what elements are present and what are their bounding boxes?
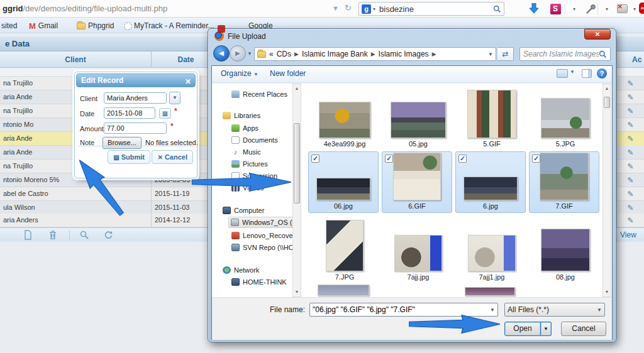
edit-row-cell[interactable]: ✎ [616, 90, 644, 104]
checkbox-checked-icon[interactable]: ✓ [532, 155, 540, 163]
file-item-selected[interactable]: ✓06.jpg [308, 151, 379, 213]
submit-button[interactable]: ▤ Submit [108, 150, 150, 164]
refresh-icon[interactable]: ⇄ [497, 47, 514, 61]
file-item[interactable]: 5.JPG [530, 90, 601, 148]
calendar-icon[interactable]: ▦ [159, 108, 171, 119]
sidebar-item-svn-repo[interactable]: SVN Repo (\\HOI [230, 242, 297, 253]
reload-grid-icon[interactable] [103, 230, 113, 240]
search-input[interactable] [379, 4, 493, 14]
amount-field[interactable] [104, 122, 167, 134]
breadcrumb-dropdown-icon[interactable]: ▼ [488, 52, 493, 57]
chevron-right-icon[interactable]: ▶ [371, 51, 375, 57]
edit-row-cell[interactable]: ✎ [616, 201, 644, 215]
file-item[interactable]: 7ajj1.jpg [457, 218, 527, 281]
url-text[interactable]: ggrid/dev/demos/editing/file-upload-mult… [3, 4, 167, 13]
checkbox-checked-icon[interactable]: ✓ [458, 155, 467, 163]
chevron-right-icon[interactable]: ▶ [432, 51, 436, 57]
forward-button[interactable]: ► [230, 45, 246, 62]
sidebar-item-apps[interactable]: Apps [230, 122, 260, 134]
file-item-selected[interactable]: ✓6.jpg [455, 151, 526, 213]
cancel-button[interactable]: ✕ Cancel [152, 150, 193, 164]
breadcrumb-cds[interactable]: CDs [277, 50, 291, 58]
close-icon[interactable]: ✕ [185, 75, 191, 88]
scrollbar-thumb[interactable] [604, 97, 610, 108]
sidebar-item-computer[interactable]: Computer [221, 205, 266, 216]
file-item[interactable]: 7.JPG [309, 218, 380, 281]
close-window-button[interactable]: ✕ [584, 29, 611, 40]
reload-icon[interactable]: ↻ [345, 3, 352, 13]
edit-row-cell[interactable]: ✎ [616, 214, 644, 227]
new-folder-button[interactable]: New folder [270, 69, 306, 78]
edit-row-cell[interactable]: ✎ [616, 187, 644, 201]
breadcrumb[interactable]: « CDs▶ Islamic Image Bank▶ Islamic Image… [254, 47, 496, 61]
sidebar-item-lenovo-recovery[interactable]: Lenovo_Recovery [230, 230, 301, 241]
file-item[interactable]: 05.jpg [383, 90, 453, 148]
breadcrumb-islamic-images[interactable]: Islamic Images [379, 50, 429, 58]
organize-menu[interactable]: Organize ▼ [221, 69, 258, 78]
edit-row-cell[interactable]: ✎ [616, 160, 644, 173]
bookmark-gmail[interactable]: MGmail [29, 21, 58, 31]
sidebar-item-pictures[interactable]: Pictures [230, 158, 270, 170]
delete-record-icon[interactable] [48, 230, 58, 240]
edit-row-cell[interactable]: ✎ [616, 77, 644, 90]
open-dropdown-icon[interactable]: ▼ [541, 322, 552, 336]
dialog-search-input[interactable] [523, 50, 599, 58]
download-icon[interactable] [527, 2, 541, 16]
sidebar-item-documents[interactable]: Documents [230, 134, 280, 146]
bookmark-phpgrid[interactable]: Phpgrid [77, 21, 114, 31]
stylish-dropdown-icon[interactable]: ▾ [567, 2, 581, 16]
edit-pencil-icon[interactable]: ✎ [627, 216, 633, 225]
file-item[interactable]: 5.GIF [457, 90, 527, 148]
eyedropper-dropdown-icon[interactable]: ▾ [600, 2, 614, 16]
client-field[interactable] [104, 92, 167, 104]
checkbox-checked-icon[interactable]: ✓ [385, 155, 393, 163]
add-record-icon[interactable] [23, 230, 33, 240]
edit-row-cell[interactable]: ✎ [616, 146, 644, 160]
scroll-down-icon[interactable]: ▼ [603, 288, 611, 296]
breadcrumb-prefix[interactable]: « [269, 50, 274, 58]
bookmark-most-visited[interactable]: sited [1, 21, 17, 31]
sidebar-scrollbar[interactable]: ▲ ▼ [292, 84, 301, 297]
search-engine-icon[interactable]: g [362, 4, 371, 14]
edit-pencil-icon[interactable]: ✎ [627, 190, 633, 198]
edit-pencil-icon[interactable]: ✎ [627, 134, 633, 143]
sidebar-item-music[interactable]: ♪Music [230, 146, 263, 158]
file-item[interactable]: 08.jpg [530, 218, 601, 281]
image-blocker-icon[interactable] [615, 2, 629, 16]
view-link[interactable]: View [616, 227, 644, 242]
edit-row-cell[interactable]: ✎ [616, 173, 644, 187]
partial-thumbnail-image[interactable] [318, 285, 369, 296]
search-engine-dropdown-icon[interactable]: ▾ [373, 6, 375, 12]
edit-row-cell[interactable]: ✎ [616, 104, 644, 118]
edit-pencil-icon[interactable]: ✎ [627, 148, 633, 157]
file-item-selected[interactable]: ✓6.GIF [382, 151, 452, 213]
search-records-icon[interactable] [79, 230, 89, 240]
abp-icon[interactable]: ABP [638, 1, 644, 15]
browse-button[interactable]: Browse... [103, 137, 142, 149]
edit-row-cell[interactable]: ✎ [616, 118, 644, 132]
sidebar-item-windows7-os[interactable]: Windows7_OS (C [228, 217, 299, 228]
breadcrumb-islamic-image-bank[interactable]: Islamic Image Bank [302, 50, 368, 58]
checkbox-checked-icon[interactable]: ✓ [311, 155, 319, 163]
bookmark-mytrack[interactable]: MyTrack - A Reminder... [125, 21, 214, 31]
edit-pencil-icon[interactable]: ✎ [627, 204, 633, 212]
sidebar-item-libraries[interactable]: Libraries [221, 110, 262, 121]
sidebar-item-network[interactable]: Network [221, 264, 261, 276]
edit-row-cell-selected[interactable]: ✎ [616, 132, 644, 146]
sidebar-item-home-think[interactable]: HOME-THINK [230, 276, 289, 288]
file-type-dropdown-icon[interactable]: ▼ [597, 307, 602, 313]
views-icon[interactable] [557, 69, 568, 78]
edit-pencil-icon[interactable]: ✎ [627, 121, 633, 129]
date-field[interactable] [104, 107, 155, 119]
file-type-combobox[interactable]: All Files (*.*) ▼ [504, 303, 605, 317]
scrollbar-thumb[interactable] [294, 123, 300, 204]
views-dropdown-icon[interactable]: ▼ [570, 69, 575, 75]
address-dropdown-icon[interactable]: ▼ [332, 4, 339, 12]
partial-thumbnail-image[interactable] [465, 287, 515, 296]
file-item[interactable]: 4e3ea999.jpg [309, 90, 380, 148]
scroll-up-icon[interactable]: ▲ [293, 85, 301, 92]
grid-col-action[interactable]: Ac [616, 52, 644, 68]
edit-pencil-icon[interactable]: ✎ [627, 107, 633, 116]
file-name-dropdown-icon[interactable]: ▼ [490, 307, 495, 313]
edit-dialog-titlebar[interactable]: Edit Record ✕ [76, 73, 196, 87]
